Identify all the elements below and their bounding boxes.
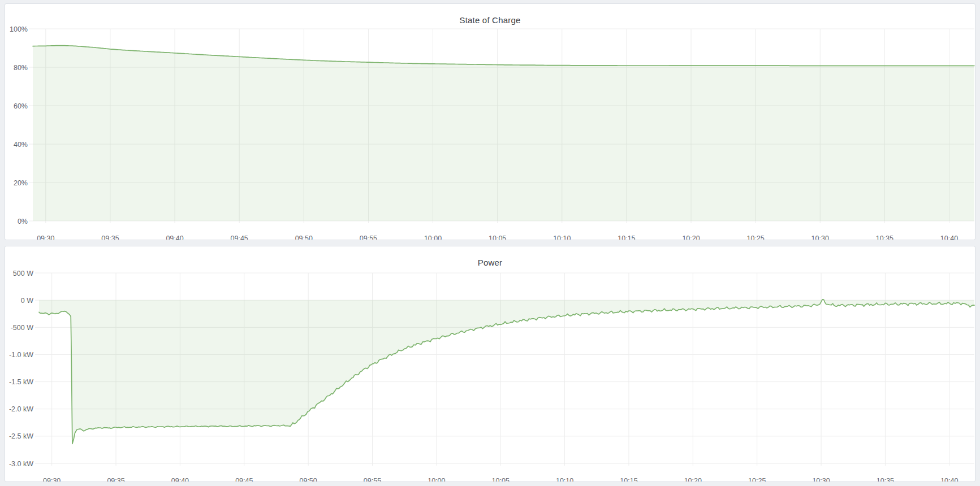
x-tick-label: 10:25 xyxy=(748,477,766,481)
y-tick-label: 0 W xyxy=(21,297,33,305)
y-tick-label: 500 W xyxy=(13,270,33,277)
power-chart[interactable]: 500 W0 W-500 W-1.0 kW-1.5 kW-2.0 kW-2.5 … xyxy=(5,246,975,481)
x-tick-label: 09:30 xyxy=(37,235,54,240)
x-tick-label: 09:35 xyxy=(107,477,124,481)
grafana-dashboard: State of Charge 100%80%60%40%20%0%09:300… xyxy=(0,0,980,486)
y-tick-label: 0% xyxy=(18,218,28,225)
x-tick-label: 09:55 xyxy=(360,235,377,240)
x-tick-label: 09:55 xyxy=(364,477,381,481)
x-tick-label: 10:35 xyxy=(877,477,894,481)
panel-title[interactable]: Power xyxy=(5,258,975,267)
x-tick-label: 09:50 xyxy=(299,477,317,481)
x-tick-label: 10:05 xyxy=(489,235,506,240)
state-of-charge-panel: State of Charge 100%80%60%40%20%0%09:300… xyxy=(5,3,975,240)
y-tick-label: -1.5 kW xyxy=(9,378,33,386)
x-tick-label: 10:30 xyxy=(812,477,830,481)
series-area-fill xyxy=(33,46,974,221)
state-of-charge-chart[interactable]: 100%80%60%40%20%0%09:3009:3509:4009:4509… xyxy=(5,4,975,240)
x-tick-label: 10:20 xyxy=(682,235,700,240)
y-tick-label: 40% xyxy=(14,141,28,149)
x-tick-label: 10:35 xyxy=(876,235,893,240)
y-tick-label: 100% xyxy=(10,25,28,33)
x-tick-label: 10:30 xyxy=(811,235,829,240)
y-tick-label: -2.0 kW xyxy=(9,405,33,413)
y-tick-label: -500 W xyxy=(11,324,33,332)
x-tick-label: 09:45 xyxy=(231,235,248,240)
x-tick-label: 09:45 xyxy=(235,477,253,481)
x-tick-label: 10:10 xyxy=(556,477,573,481)
x-tick-label: 10:40 xyxy=(940,477,958,481)
x-tick-label: 09:30 xyxy=(43,477,61,481)
x-tick-label: 10:40 xyxy=(940,235,958,240)
x-tick-label: 09:40 xyxy=(171,477,189,481)
x-tick-label: 10:20 xyxy=(684,477,702,481)
y-tick-label: 20% xyxy=(14,179,28,187)
x-tick-label: 10:00 xyxy=(424,235,442,240)
y-tick-label: 60% xyxy=(14,102,28,110)
x-tick-label: 10:05 xyxy=(492,477,510,481)
y-tick-label: -2.5 kW xyxy=(9,432,33,440)
y-tick-label: 80% xyxy=(14,64,28,72)
x-tick-label: 10:00 xyxy=(428,477,445,481)
x-tick-label: 09:50 xyxy=(295,235,313,240)
x-tick-label: 09:40 xyxy=(166,235,183,240)
x-tick-label: 10:15 xyxy=(618,235,635,240)
x-tick-label: 10:10 xyxy=(553,235,571,240)
x-tick-label: 10:15 xyxy=(620,477,637,481)
y-tick-label: -1.0 kW xyxy=(9,351,33,359)
power-panel: Power 500 W0 W-500 W-1.0 kW-1.5 kW-2.0 k… xyxy=(5,246,975,482)
panel-title[interactable]: State of Charge xyxy=(5,15,975,25)
series-area-fill xyxy=(39,300,974,444)
x-tick-label: 09:35 xyxy=(101,235,119,240)
y-tick-label: -3.0 kW xyxy=(9,460,33,468)
x-tick-label: 10:25 xyxy=(746,235,764,240)
